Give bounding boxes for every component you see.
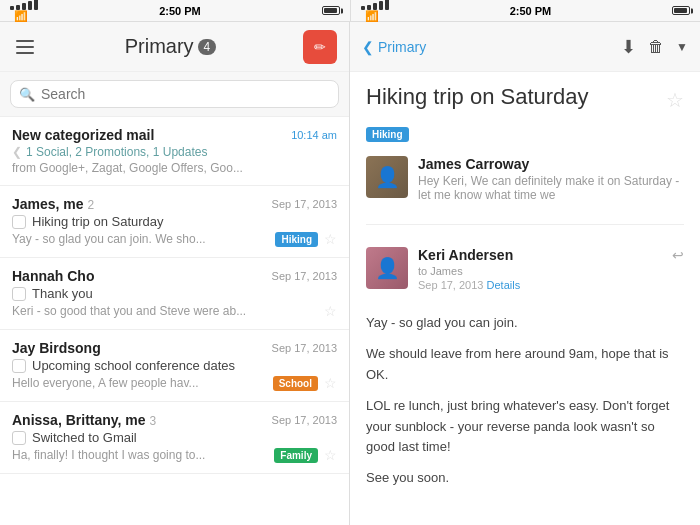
email-sender: Hannah Cho bbox=[12, 268, 94, 284]
email-checkbox[interactable] bbox=[12, 287, 26, 301]
menu-icon[interactable] bbox=[12, 36, 38, 58]
message-body: James Carroway Hey Keri, We can definite… bbox=[418, 156, 684, 202]
message-item: James Carroway Hey Keri, We can definite… bbox=[366, 156, 684, 202]
email-content: Hiking trip on Saturday ☆ Hiking James C… bbox=[350, 72, 700, 525]
message-date: Sep 17, 2013 Details bbox=[418, 279, 684, 291]
email-sender: Anissa, Brittany, me 3 bbox=[12, 412, 156, 428]
categorized-title: New categorized mail bbox=[12, 127, 154, 143]
email-subject: Switched to Gmail bbox=[32, 430, 137, 445]
message-paragraph-3: LOL re lunch, just bring whatever's easy… bbox=[366, 396, 684, 458]
right-wifi-icon: 📶 bbox=[365, 10, 379, 22]
email-list: New categorized mail 10:14 am ❮ 1 Social… bbox=[0, 117, 349, 525]
categorized-time: 10:14 am bbox=[291, 129, 337, 141]
message-paragraph-1: Yay - so glad you can join. bbox=[366, 313, 684, 334]
email-subject: Thank you bbox=[32, 286, 93, 301]
right-header: ❮ Primary ⬇ 🗑 ▼ bbox=[350, 22, 700, 72]
star-icon[interactable]: ☆ bbox=[324, 447, 337, 463]
left-status-right bbox=[322, 6, 340, 15]
categorized-sub: ❮ 1 Social, 2 Promotions, 1 Updates bbox=[12, 145, 337, 159]
email-date: Sep 17, 2013 bbox=[272, 198, 337, 210]
search-input-wrapper[interactable]: 🔍 bbox=[10, 80, 339, 108]
status-bars-row: 📶 2:50 PM 📶 2:50 PM bbox=[0, 0, 700, 22]
email-tag: Family bbox=[274, 448, 318, 463]
signal-strength bbox=[10, 0, 38, 10]
message-item: Keri Andersen ↩ to James Sep 17, 2013 De… bbox=[366, 247, 684, 291]
battery-icon bbox=[322, 6, 340, 15]
email-category-tag: Hiking bbox=[366, 127, 409, 142]
left-panel: Primary 4 ✏ 🔍 New categorized mail 10:14… bbox=[0, 22, 350, 525]
left-clock: 2:50 PM bbox=[159, 5, 201, 17]
chevron-left-icon: ❮ bbox=[12, 145, 22, 159]
message-full-body: Yay - so glad you can join. We should le… bbox=[366, 313, 684, 499]
avatar bbox=[366, 247, 408, 289]
right-battery-icon bbox=[672, 6, 690, 15]
list-item[interactable]: Hannah Cho Sep 17, 2013 Thank you Keri -… bbox=[0, 258, 349, 330]
left-header: Primary 4 ✏ bbox=[0, 22, 349, 72]
message-body: Keri Andersen ↩ to James Sep 17, 2013 De… bbox=[418, 247, 684, 291]
compose-icon: ✏ bbox=[314, 39, 326, 55]
delete-icon[interactable]: 🗑 bbox=[648, 38, 664, 56]
email-subject-title: Hiking trip on Saturday bbox=[366, 84, 589, 110]
more-menu-icon[interactable]: ▼ bbox=[676, 40, 688, 54]
back-button[interactable]: ❮ Primary bbox=[362, 39, 426, 55]
message-sender: Keri Andersen bbox=[418, 247, 513, 263]
right-status-right bbox=[672, 6, 690, 15]
left-status-bar: 📶 2:50 PM bbox=[0, 0, 350, 22]
email-star-icon[interactable]: ☆ bbox=[666, 88, 684, 112]
header-actions: ⬇ 🗑 ▼ bbox=[621, 36, 688, 58]
email-preview-text: Hello everyone, A few people hav... bbox=[12, 376, 267, 390]
email-tag: Hiking bbox=[275, 232, 318, 247]
message-paragraph-2: We should leave from here around 9am, ho… bbox=[366, 344, 684, 386]
right-status-signals: 📶 bbox=[361, 0, 389, 23]
email-checkbox[interactable] bbox=[12, 215, 26, 229]
app-container: Primary 4 ✏ 🔍 New categorized mail 10:14… bbox=[0, 22, 700, 525]
list-item[interactable]: New categorized mail 10:14 am ❮ 1 Social… bbox=[0, 117, 349, 186]
left-status-signals: 📶 bbox=[10, 0, 38, 23]
email-checkbox[interactable] bbox=[12, 359, 26, 373]
right-status-bar: 📶 2:50 PM bbox=[350, 0, 700, 22]
archive-icon[interactable]: ⬇ bbox=[621, 36, 636, 58]
email-sender: Jay Birdsong bbox=[12, 340, 101, 356]
star-icon[interactable]: ☆ bbox=[324, 303, 337, 319]
message-preview: Hey Keri, We can definitely make it on S… bbox=[418, 174, 684, 202]
star-icon[interactable]: ☆ bbox=[324, 231, 337, 247]
inbox-title-group: Primary 4 bbox=[125, 35, 217, 58]
email-date: Sep 17, 2013 bbox=[272, 342, 337, 354]
list-item[interactable]: Jay Birdsong Sep 17, 2013 Upcoming schoo… bbox=[0, 330, 349, 402]
right-panel: ❮ Primary ⬇ 🗑 ▼ Hiking trip on Saturday … bbox=[350, 22, 700, 525]
email-subject: Upcoming school conference dates bbox=[32, 358, 235, 373]
email-date: Sep 17, 2013 bbox=[272, 270, 337, 282]
reply-icon: ↩ bbox=[672, 247, 684, 263]
wifi-icon: 📶 bbox=[14, 10, 28, 22]
search-icon: 🔍 bbox=[19, 87, 35, 102]
message-sender: James Carroway bbox=[418, 156, 529, 172]
message-thread: James Carroway Hey Keri, We can definite… bbox=[366, 156, 684, 499]
star-icon[interactable]: ☆ bbox=[324, 375, 337, 391]
back-label: Primary bbox=[378, 39, 426, 55]
right-signal-strength bbox=[361, 0, 389, 10]
right-clock: 2:50 PM bbox=[510, 5, 552, 17]
compose-button[interactable]: ✏ bbox=[303, 30, 337, 64]
email-preview-text: Yay - so glad you can join. We sho... bbox=[12, 232, 269, 246]
categorized-counts: 1 Social, 2 Promotions, 1 Updates bbox=[26, 145, 207, 159]
categorized-preview: from Google+, Zagat, Google Offers, Goo.… bbox=[12, 161, 337, 175]
email-checkbox[interactable] bbox=[12, 431, 26, 445]
message-paragraph-4: See you soon. bbox=[366, 468, 684, 489]
list-item[interactable]: James, me 2 Sep 17, 2013 Hiking trip on … bbox=[0, 186, 349, 258]
message-divider bbox=[366, 224, 684, 225]
list-item[interactable]: Anissa, Brittany, me 3 Sep 17, 2013 Swit… bbox=[0, 402, 349, 474]
back-chevron-icon: ❮ bbox=[362, 39, 374, 55]
email-preview-text: Ha, finally! I thought I was going to... bbox=[12, 448, 268, 462]
email-preview-text: Keri - so good that you and Steve were a… bbox=[12, 304, 318, 318]
email-tag: School bbox=[273, 376, 318, 391]
unread-badge: 4 bbox=[198, 39, 217, 55]
avatar bbox=[366, 156, 408, 198]
inbox-title: Primary bbox=[125, 35, 194, 58]
email-sender: James, me 2 bbox=[12, 196, 94, 212]
search-input[interactable] bbox=[41, 86, 330, 102]
search-bar: 🔍 bbox=[0, 72, 349, 117]
email-date: Sep 17, 2013 bbox=[272, 414, 337, 426]
details-link[interactable]: Details bbox=[487, 279, 521, 291]
email-subject: Hiking trip on Saturday bbox=[32, 214, 164, 229]
message-to: to James bbox=[418, 265, 684, 277]
